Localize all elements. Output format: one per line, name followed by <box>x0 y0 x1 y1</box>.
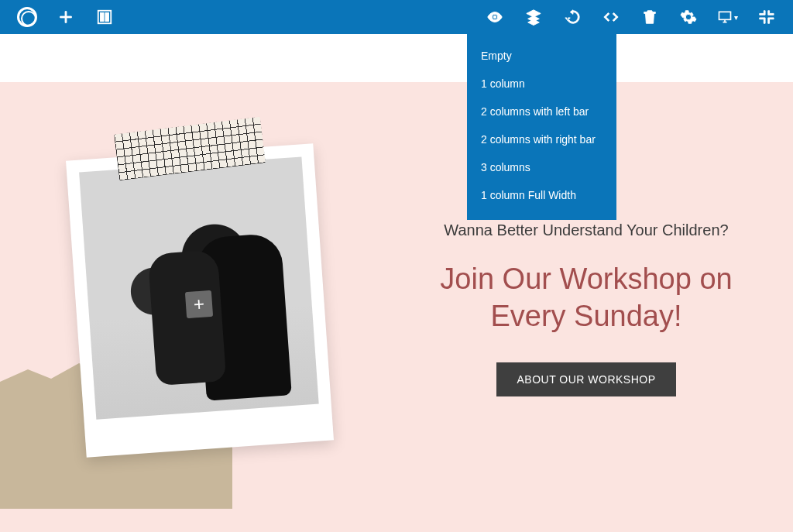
hero-photo <box>79 156 319 419</box>
device-button[interactable]: ▾ <box>708 0 747 34</box>
logo-button[interactable] <box>8 0 46 34</box>
editor-toolbar: ▾ <box>0 0 793 34</box>
monitor-icon <box>717 9 733 26</box>
toolbar-right-group: ▾ <box>475 0 785 34</box>
dropdown-item-2col-right[interactable]: 2 columns with right bar <box>467 125 616 153</box>
toolbar-left-group <box>8 0 124 34</box>
dropdown-item-1col-full[interactable]: 1 column Full Width <box>467 181 616 209</box>
code-icon <box>602 9 620 26</box>
add-block-button[interactable]: + <box>185 290 213 318</box>
settings-button[interactable] <box>669 0 708 34</box>
layout-button[interactable] <box>85 0 124 34</box>
trash-icon <box>641 9 658 26</box>
delete-button[interactable] <box>630 0 669 34</box>
history-button[interactable] <box>553 0 592 34</box>
hero-headline: Join Our Workshop on Every Sunday! <box>403 261 770 335</box>
svg-rect-1 <box>101 13 105 22</box>
collapse-icon <box>757 9 774 26</box>
layers-button[interactable] <box>514 0 553 34</box>
logo-icon <box>17 7 37 27</box>
svg-rect-2 <box>105 13 109 22</box>
svg-rect-3 <box>719 12 730 19</box>
headline-line-2: Every Sunday! <box>490 300 681 332</box>
chevron-down-icon: ▾ <box>734 13 738 22</box>
plus-icon <box>57 9 74 26</box>
dropdown-item-empty[interactable]: Empty <box>467 42 616 70</box>
gear-icon <box>680 9 697 26</box>
code-button[interactable] <box>592 0 630 34</box>
page-content: + Wanna Better Understand Your Children?… <box>0 82 793 532</box>
headline-line-1: Join Our Workshop on <box>440 263 732 295</box>
layers-dropdown: Empty 1 column 2 columns with left bar 2… <box>467 34 616 220</box>
page-header-blank <box>0 34 793 82</box>
hero-image-column: + <box>0 82 403 532</box>
history-icon <box>564 9 581 26</box>
add-button[interactable] <box>46 0 85 34</box>
cta-button[interactable]: ABOUT OUR WORKSHOP <box>496 362 675 396</box>
fullscreen-exit-button[interactable] <box>747 0 785 34</box>
dropdown-item-2col-left[interactable]: 2 columns with left bar <box>467 98 616 125</box>
dropdown-item-1col[interactable]: 1 column <box>467 70 616 98</box>
eye-icon <box>486 9 503 26</box>
preview-button[interactable] <box>475 0 514 34</box>
hero-subheading: Wanna Better Understand Your Children? <box>403 221 770 239</box>
layers-icon <box>525 9 542 26</box>
layout-icon <box>96 9 113 26</box>
dropdown-item-3col[interactable]: 3 columns <box>467 153 616 181</box>
